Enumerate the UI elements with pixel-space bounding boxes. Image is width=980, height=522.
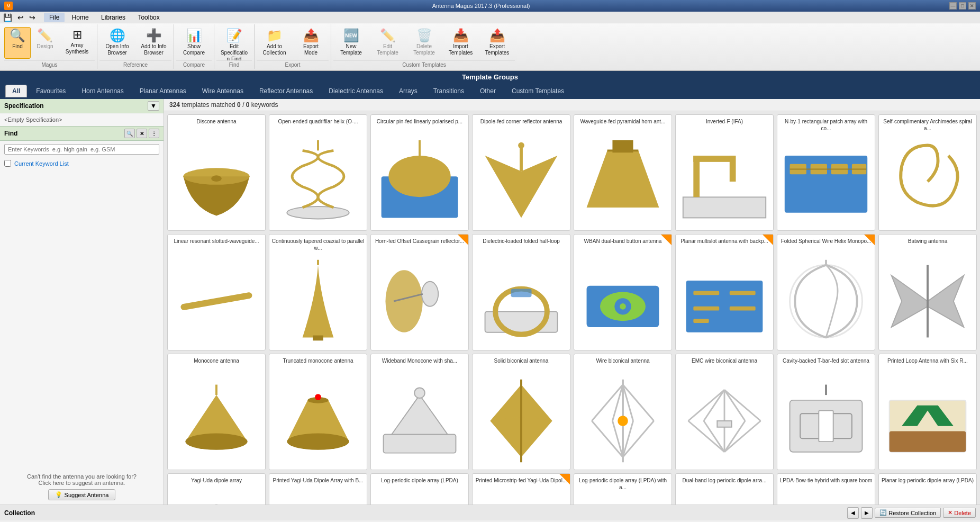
tab-all[interactable]: All [5,85,27,97]
antenna-card[interactable]: Monocone antenna [167,354,266,470]
redo-quick-btn[interactable]: ↪ [28,13,37,22]
antenna-card[interactable]: Solid biconical antenna [472,354,570,470]
tab-custom-templates[interactable]: Custom Templates [505,85,571,97]
antenna-card[interactable]: Batwing antenna [878,234,977,350]
keyword-checkbox[interactable] [4,160,11,167]
minimize-button[interactable]: — [949,2,957,10]
antenna-card[interactable]: Horn-fed Offset Cassegrain reflector... [370,234,469,350]
antenna-card[interactable]: Planar multislot antenna with backp... [675,234,774,350]
find-icon-more[interactable]: ⋮ [149,129,159,138]
antenna-image [779,255,873,348]
save-quick-btn[interactable]: 💾 [2,13,13,22]
import-templates-button[interactable]: 📥 Import Templates [443,27,478,59]
find-icon: 🔍 [10,29,25,42]
tab-reflector-antennas[interactable]: Reflector Antennas [252,85,320,97]
find-icon-clear[interactable]: ✕ [137,129,147,138]
menu-file[interactable]: File [44,13,65,22]
antenna-card[interactable]: Log-periodic dipole array (LPDA) [370,473,469,505]
antenna-card[interactable]: Circular pin-fed linearly polarised p... [370,114,469,231]
delete-template-button[interactable]: 🗑️ Delete Template [406,27,442,59]
new-badge [864,235,875,245]
antenna-card[interactable]: Cavity-backed T-bar-fed slot antenna [777,354,875,470]
spec-collapse-button[interactable]: ▼ [148,101,159,111]
antenna-image [373,255,466,348]
suggest-icon: 💡 [55,491,62,498]
next-page-button[interactable]: ▶ [861,507,873,519]
compare-group-label: Compare [176,60,212,68]
antenna-name: Dual-band log-periodic dipole arra... [683,477,767,492]
tab-favourites[interactable]: Favourites [29,85,72,97]
close-button[interactable]: ✕ [968,2,976,10]
antenna-card[interactable]: Discone antenna [167,114,266,231]
add-to-collection-button[interactable]: 📁 Add to Collection [257,27,292,59]
menu-home[interactable]: Home [67,13,94,22]
antenna-card[interactable]: Printed Loop Antenna with Six R... [878,354,977,470]
antenna-card[interactable]: Open-ended quadrifilar helix (O-... [269,114,367,231]
antenna-card[interactable]: Self-complimentary Archimedes spiral a..… [878,114,977,231]
antenna-card[interactable]: EMC wire biconical antenna [675,354,774,470]
export-mode-label: Export Mode [296,43,325,56]
tab-other[interactable]: Other [473,85,503,97]
keyword-input[interactable] [4,144,159,155]
tab-horn-antennas[interactable]: Horn Antennas [75,85,130,97]
maximize-button[interactable]: □ [959,2,966,10]
tab-wire-antennas[interactable]: Wire Antennas [195,85,250,97]
antenna-card[interactable]: Folded Spherical Wire Helix Monopo... [777,234,875,350]
antenna-card[interactable]: Dipole-fed corner reflector antenna [472,114,570,231]
antenna-card[interactable]: Dielectric-loaded folded half-loop [472,234,570,350]
suggest-antenna-button[interactable]: 💡 Suggest Antenna [48,489,116,500]
edit-template-button[interactable]: ✏️ Edit Template [370,27,405,59]
antenna-card[interactable]: Truncated monocone antenna [269,354,367,470]
keyword-list-link[interactable]: Current Keyword List [14,160,69,167]
antenna-name: Wire biconical antenna [596,357,649,372]
menu-toolbox[interactable]: Toolbox [132,13,165,22]
tab-planar-antennas[interactable]: Planar Antennas [133,85,193,97]
antenna-card[interactable]: Yagi-Uda dipole array [167,473,266,505]
delete-button[interactable]: ✕ Delete [943,508,976,518]
export-mode-button[interactable]: 📤 Export Mode [293,27,329,59]
add-to-info-browser-button[interactable]: ➕ Add to Info Browser [136,27,171,59]
antenna-name: Batwing antenna [908,238,948,253]
new-badge [458,235,468,245]
antenna-card[interactable]: Wire biconical antenna [574,354,672,470]
edit-specification-button[interactable]: 📝 Edit Specification Find [216,27,252,59]
find-button[interactable]: 🔍 Find [4,27,31,59]
antenna-card[interactable]: Printed Yagi-Uda Dipole Array with B... [269,473,367,505]
antenna-card[interactable]: WBAN dual-band button antenna [574,234,672,350]
suggest-text: Can't find the antenna you are looking f… [4,473,159,486]
antenna-card[interactable]: Wideband Monocone with sha... [370,354,469,470]
antenna-card[interactable]: Printed Microstrip-fed Yagi-Uda Dipol... [472,473,570,505]
antenna-card[interactable]: Log-periodic dipole array (LPDA) with a.… [574,473,672,505]
app-title: Antenna Magus 2017.3 (Professional) [13,3,949,9]
open-info-browser-button[interactable]: 🌐 Open Info Browser [99,27,135,59]
antenna-card[interactable]: Waveguide-fed pyramidal horn ant... [574,114,672,231]
export-templates-button[interactable]: 📤 Export Templates [479,27,515,59]
antenna-card[interactable]: Dual-band log-periodic dipole arra... [675,473,774,505]
magus-group-label: Magus [4,60,95,68]
antenna-card[interactable]: Planar log-periodic dipole array (LPDA) [878,473,977,505]
menu-libraries[interactable]: Libraries [96,13,131,22]
show-compare-label: Show Compare [179,43,208,56]
antenna-card[interactable]: Inverted-F (IFA) [675,114,774,231]
tab-transitions[interactable]: Transitions [427,85,471,97]
tab-dielectric-antennas[interactable]: Dielectric Antennas [322,85,390,97]
svg-point-38 [790,265,863,338]
show-compare-button[interactable]: 📊 Show Compare [176,27,212,59]
prev-page-button[interactable]: ◀ [847,507,859,519]
show-compare-icon: 📊 [186,29,202,42]
restore-collection-button[interactable]: 🔄 Restore Collection [875,508,941,518]
antenna-card[interactable]: LPDA-Bow-tie hybrid with square boom [777,473,875,505]
window-controls[interactable]: — □ ✕ [949,2,976,10]
antenna-image [170,494,263,505]
undo-quick-btn[interactable]: ↩ [16,13,25,22]
tab-arrays[interactable]: Arrays [392,85,424,97]
antenna-card[interactable]: Continuously tapered coaxial to parallel… [269,234,367,350]
new-template-button[interactable]: 🆕 New Template [333,27,369,59]
antenna-grid: Discone antenna Open-ended quadrifilar h… [164,111,980,505]
array-synthesis-button[interactable]: ⊞ Array Synthesis [59,27,95,59]
antenna-card[interactable]: Linear resonant slotted-waveguide... [167,234,266,350]
find-icon-search[interactable]: 🔍 [124,129,135,138]
antenna-name: Dipole-fed corner reflector antenna [480,118,562,133]
design-button[interactable]: ✏️ Design [32,27,58,59]
antenna-card[interactable]: N-by-1 rectangular patch array with co..… [777,114,875,231]
